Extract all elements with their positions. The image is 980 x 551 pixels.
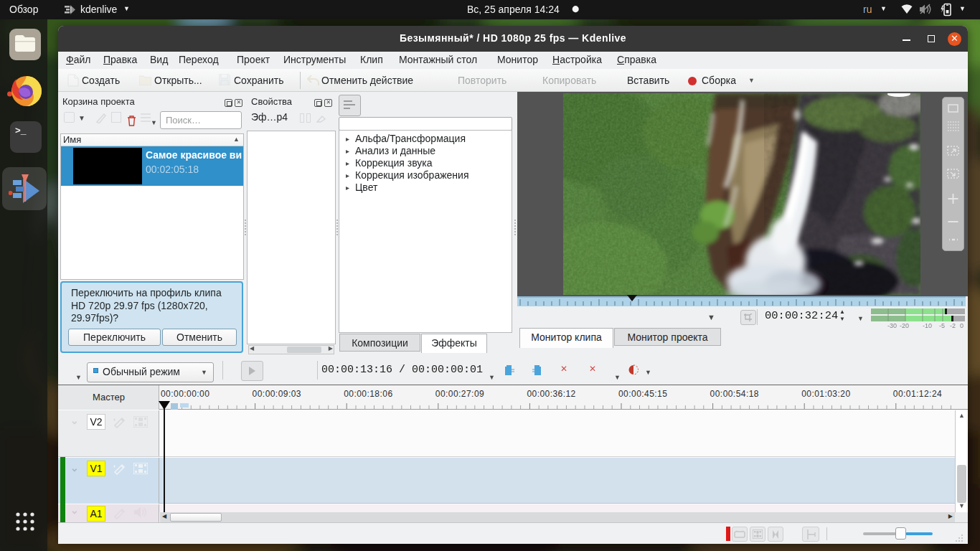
svg-text:-20: -20 <box>900 322 909 329</box>
svg-text:-5: -5 <box>939 322 945 329</box>
svg-text:-10: -10 <box>923 322 932 329</box>
svg-text:0: 0 <box>960 322 963 329</box>
svg-text:-30: -30 <box>887 322 897 329</box>
svg-text:>_: >_ <box>15 126 27 136</box>
svg-text:-2: -2 <box>950 322 956 329</box>
